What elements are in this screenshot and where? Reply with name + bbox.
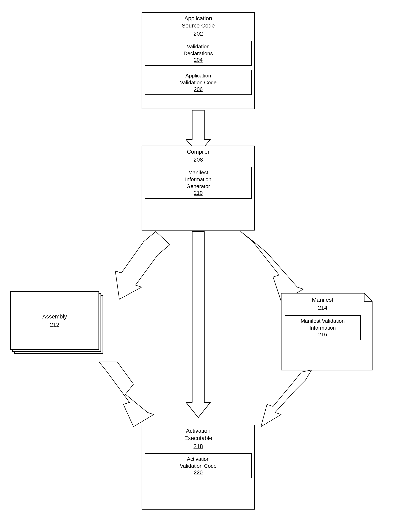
app-validation-code-title: ApplicationValidation Code (148, 72, 248, 86)
activation-validation-code-box: ActivationValidation Code 220 (145, 453, 252, 478)
assembly-container: Assembly 212 (10, 291, 111, 360)
manifest-title: Manifest (282, 294, 363, 304)
manifest-number: 214 (282, 304, 363, 313)
assembly-page-front: Assembly 212 (10, 291, 99, 350)
arrow-manifest-to-activation (261, 370, 312, 427)
compiler-box: Compiler 208 ManifestInformationGenerato… (142, 146, 255, 230)
arrow-compiler-to-manifest (241, 231, 303, 301)
activation-validation-code-title: ActivationValidation Code (148, 456, 248, 469)
compiler-number: 208 (194, 156, 203, 165)
svg-line-5 (364, 293, 372, 301)
app-source-title: Application Source Code (179, 13, 218, 30)
validation-declarations-box: ValidationDeclarations 204 (145, 41, 252, 66)
manifest-info-gen-number: 210 (148, 190, 248, 196)
app-source-box: Application Source Code 202 ValidationDe… (142, 12, 255, 109)
app-validation-code-number: 206 (148, 86, 248, 92)
arrow-assembly-to-activation (99, 362, 154, 427)
assembly-title: Assembly (39, 311, 70, 321)
compiler-title: Compiler (184, 146, 213, 156)
assembly-number: 212 (50, 321, 59, 330)
validation-declarations-number: 204 (148, 57, 248, 63)
manifest-info-gen-title: ManifestInformationGenerator (148, 169, 248, 190)
activation-box: ActivationExecutable 218 ActivationValid… (142, 425, 255, 510)
app-validation-code-box: ApplicationValidation Code 206 (145, 70, 252, 95)
manifest-validation-info-box: Manifest ValidationInformation 216 (285, 315, 361, 340)
validation-declarations-title: ValidationDeclarations (148, 43, 248, 57)
manifest-info-gen-box: ManifestInformationGenerator 210 (145, 167, 252, 199)
diagram-container: Application Source Code 202 ValidationDe… (0, 0, 409, 532)
app-source-number: 202 (194, 30, 203, 39)
arrow-compiler-to-activation (186, 231, 210, 418)
activation-number: 218 (194, 443, 203, 451)
activation-title: ActivationExecutable (181, 425, 215, 443)
manifest-validation-info-number: 216 (288, 331, 357, 338)
activation-validation-code-number: 220 (148, 469, 248, 476)
arrow-compiler-to-assembly (115, 231, 170, 299)
manifest-validation-info-title: Manifest ValidationInformation (288, 318, 357, 331)
manifest-container: Manifest 214 Manifest ValidationInformat… (279, 291, 380, 376)
